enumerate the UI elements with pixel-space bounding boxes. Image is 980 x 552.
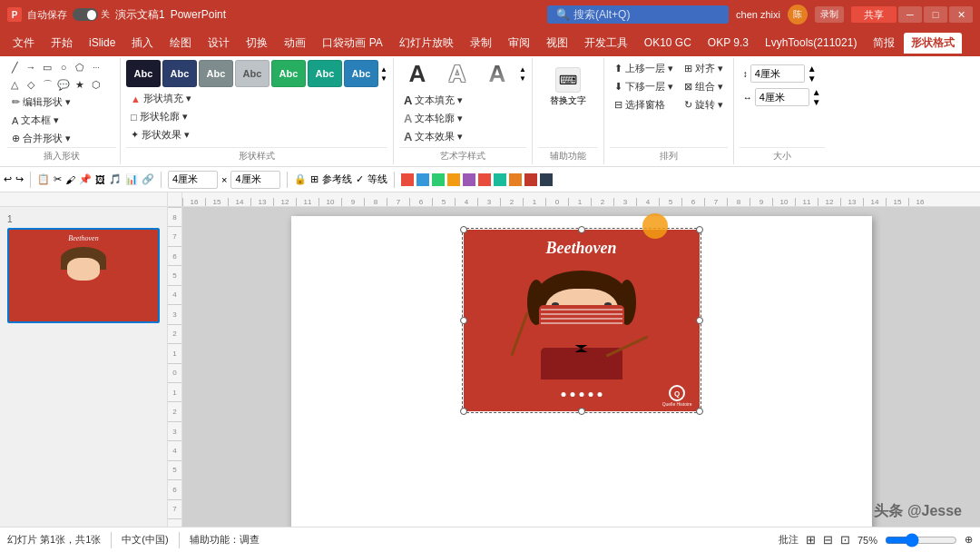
text-effect-dropdown[interactable]: ▾ bbox=[457, 131, 463, 143]
color-red2[interactable] bbox=[478, 173, 491, 186]
color-purple[interactable] bbox=[463, 173, 475, 186]
slide-image-container[interactable]: Beethoven bbox=[464, 230, 700, 411]
curved-icon[interactable]: ⌒ bbox=[40, 77, 54, 92]
redo-icon[interactable]: ↪ bbox=[15, 173, 24, 185]
menu-shape-format[interactable]: 形状格式 bbox=[904, 33, 962, 54]
art-style-scroll[interactable]: ▲ ▼ bbox=[519, 65, 526, 83]
shape-outline-dropdown[interactable]: ▾ bbox=[182, 111, 188, 123]
color-green[interactable] bbox=[432, 173, 445, 186]
quick-icon-8[interactable]: 🔗 bbox=[142, 173, 154, 185]
text-fill-btn[interactable]: A 文本填充 ▾ bbox=[399, 92, 526, 109]
text-fill-dropdown[interactable]: ▾ bbox=[457, 94, 463, 106]
restore-button[interactable]: □ bbox=[924, 6, 947, 23]
color-teal[interactable] bbox=[494, 173, 506, 186]
shape-outline-btn[interactable]: □ 形状轮廓 ▾ bbox=[126, 108, 387, 125]
merge-shapes-btn[interactable]: ⊕ 合并形状 ▾ bbox=[7, 130, 116, 147]
comment-btn[interactable]: 批注 bbox=[779, 533, 799, 547]
accessibility[interactable]: 辅助功能：调查 bbox=[190, 533, 260, 547]
rotate-btn[interactable]: ↻ 旋转 ▾ bbox=[680, 96, 728, 113]
minimize-button[interactable]: ─ bbox=[898, 6, 922, 23]
menu-lvyh[interactable]: LvyhTools(211021) bbox=[758, 34, 864, 52]
width-toolbar-input[interactable] bbox=[168, 171, 218, 189]
text-box-btn[interactable]: A 文本框 ▾ bbox=[7, 112, 116, 129]
menu-developer[interactable]: 开发工具 bbox=[577, 33, 635, 54]
group-btn[interactable]: ⊠ 组合 ▾ bbox=[680, 78, 728, 95]
language[interactable]: 中文(中国) bbox=[122, 533, 168, 547]
menu-pocket-anim[interactable]: 口袋动画 PA bbox=[315, 33, 389, 54]
shape-fill-btn[interactable]: ▲ 形状填充 ▾ bbox=[126, 90, 387, 107]
menu-insert[interactable]: 插入 bbox=[124, 33, 161, 54]
handle-tl[interactable] bbox=[460, 226, 467, 233]
color-dark[interactable] bbox=[540, 173, 553, 186]
menu-okp93[interactable]: OKP 9.3 bbox=[701, 34, 756, 52]
quick-icon-5[interactable]: 🖼 bbox=[95, 174, 105, 185]
swatch-blue2[interactable]: Abc bbox=[344, 60, 378, 87]
width-stepper[interactable]: ▲▼ bbox=[812, 87, 821, 107]
send-back-btn[interactable]: ⬇ 下移一层 ▾ bbox=[610, 78, 678, 95]
edit-shape-dropdown[interactable]: ▾ bbox=[65, 96, 71, 108]
share-button[interactable]: 共享 bbox=[851, 6, 897, 23]
menu-record[interactable]: 录制 bbox=[463, 33, 499, 54]
line-icon[interactable]: ╱ bbox=[7, 60, 22, 74]
quick-icon-1[interactable]: 📋 bbox=[37, 173, 50, 185]
color-darkred[interactable] bbox=[524, 173, 537, 186]
menu-file[interactable]: 文件 bbox=[5, 33, 42, 54]
more-shapes-icon[interactable]: ··· bbox=[89, 60, 103, 74]
swatch-blue[interactable]: Abc bbox=[162, 60, 197, 87]
rotate-dropdown[interactable]: ▾ bbox=[718, 99, 723, 111]
view-normal-icon[interactable]: ⊞ bbox=[806, 533, 816, 547]
select-pane-btn[interactable]: ⊟ 选择窗格 bbox=[610, 96, 678, 113]
autosave-toggle[interactable]: 关 bbox=[73, 8, 110, 21]
menu-jianbao[interactable]: 简报 bbox=[866, 33, 902, 54]
color-red[interactable] bbox=[401, 173, 414, 186]
height-stepper[interactable]: ▲▼ bbox=[808, 64, 817, 84]
shape-effect-dropdown[interactable]: ▾ bbox=[184, 129, 190, 141]
color-blue[interactable] bbox=[416, 173, 429, 186]
menu-ok10gc[interactable]: OK10 GC bbox=[637, 34, 699, 52]
handle-ml[interactable] bbox=[460, 317, 467, 324]
height-toolbar-input[interactable] bbox=[230, 171, 280, 189]
color-yellow[interactable] bbox=[447, 173, 460, 186]
bring-front-dropdown[interactable]: ▾ bbox=[668, 63, 673, 74]
recording-btn[interactable]: 录制 bbox=[815, 6, 844, 23]
canvas-area[interactable]: Beethoven bbox=[182, 207, 980, 552]
view-reader-icon[interactable]: ⊡ bbox=[840, 533, 850, 547]
handle-bc[interactable] bbox=[578, 408, 585, 415]
close-button[interactable]: ✕ bbox=[949, 6, 973, 23]
flow-icon[interactable]: ⬡ bbox=[89, 77, 103, 92]
swatch-gray1[interactable]: Abc bbox=[199, 60, 233, 87]
rect-icon[interactable]: ▭ bbox=[40, 60, 54, 74]
diamond-icon[interactable]: ◇ bbox=[24, 77, 38, 92]
align-btn[interactable]: ⊞ 对齐 ▾ bbox=[680, 60, 728, 77]
swatch-green[interactable]: Abc bbox=[271, 60, 306, 87]
edit-shape-btn[interactable]: ✏ 编辑形状 ▾ bbox=[7, 94, 116, 111]
quick-icon-4[interactable]: 📌 bbox=[79, 173, 92, 185]
quick-icon-3[interactable]: 🖌 bbox=[65, 174, 75, 185]
group-dropdown[interactable]: ▾ bbox=[718, 81, 723, 93]
triangle-icon[interactable]: △ bbox=[7, 77, 22, 92]
slide-thumbnail[interactable]: Beethoven bbox=[7, 228, 160, 323]
grid-icon[interactable]: ⊞ bbox=[310, 173, 318, 185]
text-box-dropdown[interactable]: ▾ bbox=[54, 114, 59, 126]
align-dropdown[interactable]: ▾ bbox=[718, 63, 723, 74]
handle-tr[interactable] bbox=[696, 226, 703, 233]
text-outline-btn[interactable]: A 文本轮廓 ▾ bbox=[399, 110, 526, 127]
eq-icon[interactable]: 等线 bbox=[368, 172, 387, 186]
pentagon-icon[interactable]: ⬠ bbox=[73, 60, 87, 74]
color-orange[interactable] bbox=[509, 173, 522, 186]
quick-icon-7[interactable]: 📊 bbox=[125, 173, 138, 185]
quick-icon-2[interactable]: ✂ bbox=[54, 173, 62, 185]
height-input[interactable] bbox=[750, 64, 805, 83]
merge-dropdown[interactable]: ▾ bbox=[65, 133, 71, 144]
star-icon[interactable]: ★ bbox=[73, 77, 87, 92]
menu-animation[interactable]: 动画 bbox=[277, 33, 313, 54]
handle-br[interactable] bbox=[696, 408, 703, 415]
menu-islide[interactable]: iSlide bbox=[82, 34, 122, 52]
art-style-plain[interactable]: A bbox=[399, 60, 436, 88]
swatch-scroll[interactable]: ▲ ▼ bbox=[380, 60, 387, 87]
lock-icon[interactable]: 🔒 bbox=[294, 173, 307, 185]
bring-front-btn[interactable]: ⬆ 上移一层 ▾ bbox=[610, 60, 678, 77]
menu-home[interactable]: 开始 bbox=[44, 33, 80, 54]
swatch-dark[interactable]: Abc bbox=[126, 60, 161, 87]
quick-icon-6[interactable]: 🎵 bbox=[109, 173, 122, 185]
